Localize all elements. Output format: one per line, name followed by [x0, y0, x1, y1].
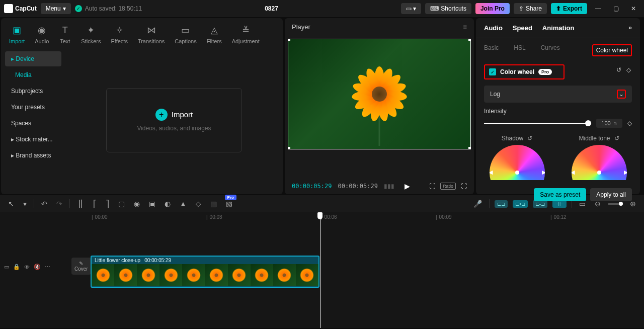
mute-icon[interactable]: 🔇: [34, 264, 41, 270]
colorwheel-checkbox[interactable]: ✓: [489, 68, 496, 75]
nav-media[interactable]: Media: [5, 67, 61, 83]
app-logo[interactable]: CapCut: [4, 4, 37, 13]
redo-button[interactable]: ↷: [54, 199, 64, 209]
join-pro-button[interactable]: Join Pro: [475, 3, 510, 14]
arrow-left-icon[interactable]: ◀: [572, 169, 575, 176]
mask-tool[interactable]: ◉: [132, 199, 142, 209]
shadow-color-wheel[interactable]: ◀ ▶: [490, 145, 545, 180]
tab-effects[interactable]: ✧Effects: [107, 22, 131, 46]
subtab-basic[interactable]: Basic: [484, 44, 499, 56]
tab-speed[interactable]: Speed: [513, 24, 532, 32]
shortcuts-button[interactable]: ⌨ Shortcuts: [425, 3, 471, 14]
tab-import[interactable]: ▣Import: [5, 22, 29, 46]
subtab-curves[interactable]: Curves: [541, 44, 560, 56]
slider-thumb[interactable]: [585, 120, 591, 126]
wheel-handle[interactable]: [597, 171, 601, 175]
menu-button[interactable]: Menu ▾: [41, 3, 71, 14]
eye-icon[interactable]: 👁: [24, 264, 30, 270]
mirror-tool[interactable]: ▲: [178, 199, 189, 209]
arrow-right-icon[interactable]: ▶: [624, 169, 627, 176]
resize-handle[interactable]: [468, 39, 471, 41]
close-button[interactable]: ✕: [627, 3, 640, 14]
nav-brand[interactable]: ▸ Brand assets: [5, 148, 61, 163]
tab-stickers[interactable]: ✦Stickers: [77, 22, 105, 46]
scopes-icon[interactable]: ▮▮▮: [384, 183, 394, 190]
share-button[interactable]: ⇪ Share: [514, 3, 547, 14]
video-clip[interactable]: Little flower close-up 00:00:05:29: [91, 256, 319, 288]
cover-button[interactable]: ✎ Cover: [71, 258, 91, 275]
nav-subprojects[interactable]: Subprojects: [5, 84, 61, 99]
tab-captions[interactable]: ▭Captions: [171, 22, 200, 46]
split-tool[interactable]: ⎥⎢: [75, 199, 86, 209]
ai-tool[interactable]: ▧Pro: [224, 199, 234, 209]
player-menu-icon[interactable]: ≡: [463, 23, 467, 31]
chevron-down-icon[interactable]: ▾: [21, 199, 29, 209]
import-dropzone[interactable]: +Import Videos, audios, and images: [106, 88, 242, 152]
collapse-icon[interactable]: ▭: [4, 264, 9, 270]
ruler-mark: 00:00: [92, 214, 108, 220]
crop-tool[interactable]: ▢: [116, 199, 127, 209]
freeze-tool[interactable]: ▦: [208, 199, 219, 209]
midtone-color-wheel[interactable]: ◀ ▶: [572, 145, 627, 180]
ratio-button[interactable]: Ratio: [440, 183, 456, 190]
play-button[interactable]: ▶: [405, 182, 410, 190]
maximize-button[interactable]: ▢: [609, 3, 623, 14]
stepper-icon[interactable]: ⇅: [614, 121, 617, 126]
resize-handle[interactable]: [468, 147, 471, 149]
log-dropdown[interactable]: Log ⌄: [484, 86, 632, 103]
keyframe-icon[interactable]: ◇: [626, 66, 631, 73]
midtone-wheel-block: Middle tone↺ ◀ ▶: [572, 135, 627, 180]
layout-button[interactable]: ▭ ▾: [401, 3, 421, 14]
playhead[interactable]: [320, 212, 320, 328]
nav-spaces[interactable]: Spaces: [5, 116, 61, 131]
project-title[interactable]: 0827: [146, 5, 397, 12]
zoom-slider[interactable]: [608, 203, 623, 205]
resize-handle[interactable]: [288, 147, 290, 149]
apply-all-button[interactable]: Apply to all: [590, 188, 632, 201]
zoom-thumb[interactable]: [619, 202, 623, 206]
trim-right-tool[interactable]: ⎤: [104, 199, 111, 209]
reset-icon[interactable]: ↺: [614, 135, 619, 142]
crop-icon[interactable]: ⛶: [429, 183, 435, 190]
expand-icon[interactable]: »: [628, 24, 632, 32]
more-icon[interactable]: ⋯: [45, 264, 50, 270]
ruler-mark: 00:09: [436, 214, 452, 220]
lock-icon[interactable]: 🔒: [13, 264, 20, 270]
export-button[interactable]: ⬆ Export: [551, 3, 587, 14]
fullscreen-icon[interactable]: ⛶: [461, 183, 467, 190]
tab-audio[interactable]: ◉Audio: [31, 22, 53, 46]
tab-adjustment[interactable]: ≚Adjustment: [228, 22, 264, 46]
speed-tool[interactable]: ◐: [163, 199, 173, 209]
subtab-hsl[interactable]: HSL: [514, 44, 525, 56]
subtab-colorwheel[interactable]: Color wheel: [592, 44, 632, 56]
group-tool[interactable]: ▣: [147, 199, 157, 209]
rotate-tool[interactable]: ◇: [194, 199, 203, 209]
video-frame[interactable]: [288, 39, 471, 149]
trim-left-tool[interactable]: ⎡: [91, 199, 99, 209]
reset-icon[interactable]: ↺: [616, 66, 621, 73]
tab-text[interactable]: TText: [55, 22, 75, 46]
pointer-tool[interactable]: ↖: [6, 199, 16, 209]
timeline-ruler[interactable]: 00:00 00:03 00:06 00:09 00:12: [0, 212, 644, 223]
tab-audio-inspector[interactable]: Audio: [484, 24, 503, 32]
undo-button[interactable]: ↶: [39, 199, 49, 209]
tab-transitions[interactable]: ⋈Transitions: [134, 22, 169, 46]
nav-presets[interactable]: Your presets: [5, 100, 61, 115]
reset-icon[interactable]: ↺: [527, 135, 532, 142]
keyframe-icon[interactable]: ◇: [627, 120, 632, 127]
arrow-right-icon[interactable]: ▶: [542, 169, 545, 176]
timeline-tracks[interactable]: ▭ 🔒 👁 🔇 ⋯ ✎ Cover Little flower close-up…: [0, 223, 644, 328]
nav-device[interactable]: ▸ Device: [5, 51, 61, 66]
chevron-down-icon[interactable]: ⌄: [617, 90, 626, 99]
tab-animation[interactable]: Animation: [542, 24, 575, 32]
minimize-button[interactable]: —: [591, 3, 605, 14]
wheel-handle[interactable]: [515, 171, 519, 175]
intensity-value[interactable]: 100⇅: [596, 119, 622, 128]
nav-stock[interactable]: ▸ Stock mater...: [5, 132, 61, 147]
arrow-left-icon[interactable]: ◀: [490, 169, 493, 176]
intensity-slider[interactable]: [484, 123, 591, 124]
resize-handle[interactable]: [288, 39, 290, 41]
save-preset-button[interactable]: Save as preset: [534, 188, 586, 201]
tab-filters[interactable]: ◬Filters: [203, 22, 226, 46]
player-viewport[interactable]: [285, 36, 474, 178]
